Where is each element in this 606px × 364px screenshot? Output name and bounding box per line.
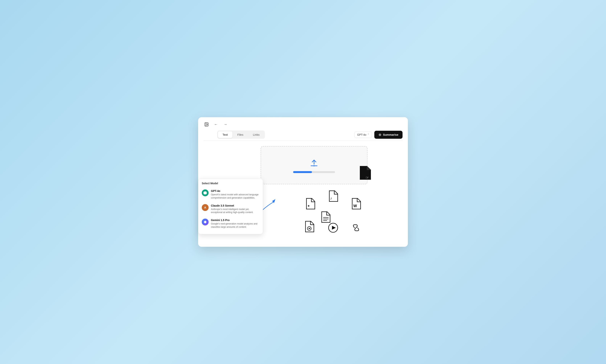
model-selector[interactable]: GPT-4o ⌃ [354,131,372,138]
main-window: ← → Text Files Links GPT-4o ⌃ ⊕ Summaris… [198,117,408,247]
document-file-icon [320,211,331,225]
upload-area[interactable] [261,146,368,184]
model-option-claude[interactable]: A Claude 3.5 Sonnet Anthropic's most int… [198,202,263,217]
upload-icon [309,157,319,168]
svg-marker-10 [204,221,207,223]
svg-point-21 [329,223,338,232]
model-info-gemini: Gemini 1.5 Pro Google's next-generation … [211,219,259,229]
svg-point-6 [314,165,315,166]
model-selector-value: GPT-4o [357,133,366,136]
model-desc-gemini: Google's next-generation model analyzes … [211,222,259,229]
right-controls: GPT-4o ⌃ ⊕ Summarise [354,131,403,139]
upload-progress-fill [293,171,312,173]
upload-progress-bar [293,171,335,173]
svg-line-20 [355,227,357,229]
svg-rect-0 [205,123,208,126]
select-model-dropdown: Select Model GPT-4o OpenAI's latest mode… [198,179,263,234]
model-option-gemini[interactable]: Gemini 1.5 Pro Google's next-generation … [198,216,263,231]
svg-text:W: W [353,204,357,208]
model-option-gpt4o[interactable]: GPT-4o OpenAI's latest model with advanc… [198,187,263,202]
plus-icon: ⊕ [379,133,381,137]
tab-row: Text Files Links GPT-4o ⌃ ⊕ Summarise [198,130,408,139]
link-icon [351,222,361,235]
video-file-icon [304,221,315,235]
model-desc-gpt4o: OpenAI's latest model with advanced lang… [211,193,259,199]
tab-links[interactable]: Links [248,131,264,138]
model-name-gemini: Gemini 1.5 Pro [211,219,259,222]
model-name-claude: Claude 3.5 Sonnet [211,204,259,207]
model-info-claude: Claude 3.5 Sonnet Anthropic's most intel… [211,204,259,214]
svg-marker-19 [309,228,311,229]
svg-point-18 [307,227,311,230]
model-avatar-gemini [202,219,209,225]
tab-files[interactable]: Files [233,131,248,138]
model-avatar-claude: A [202,204,209,211]
translate-file-icon: ✦ [305,198,316,212]
toolbar: ← → [198,117,408,130]
nav-back-button[interactable]: ← [213,122,219,127]
model-info-gpt4o: GPT-4o OpenAI's latest model with advanc… [211,189,259,199]
word-file-icon: W [351,198,361,212]
upload-icon-wrapper [309,157,319,168]
svg-text:♪: ♪ [330,196,332,200]
svg-marker-22 [332,226,336,230]
summarise-button[interactable]: ⊕ Summarise [374,131,403,139]
model-avatar-gpt4o [202,189,209,196]
model-name-gpt4o: GPT-4o [211,189,259,193]
tabs-container: Text Files Links [217,130,265,139]
sidebar-toggle-button[interactable] [203,121,210,128]
select-model-title: Select Model [198,182,263,187]
play-circle-icon [328,222,339,235]
svg-marker-11 [272,199,275,203]
main-content: Select Model GPT-4o OpenAI's latest mode… [198,141,408,240]
nav-forward-button[interactable]: → [222,122,229,127]
chevron-icon: ⌃ [368,133,369,136]
music-file-icon: ♪ [328,190,339,204]
svg-text:✦: ✦ [307,204,310,208]
model-desc-claude: Anthropic's most intelligent model yet, … [211,208,259,214]
tab-text[interactable]: Text [218,131,232,138]
summarise-label: Summarise [383,133,398,136]
